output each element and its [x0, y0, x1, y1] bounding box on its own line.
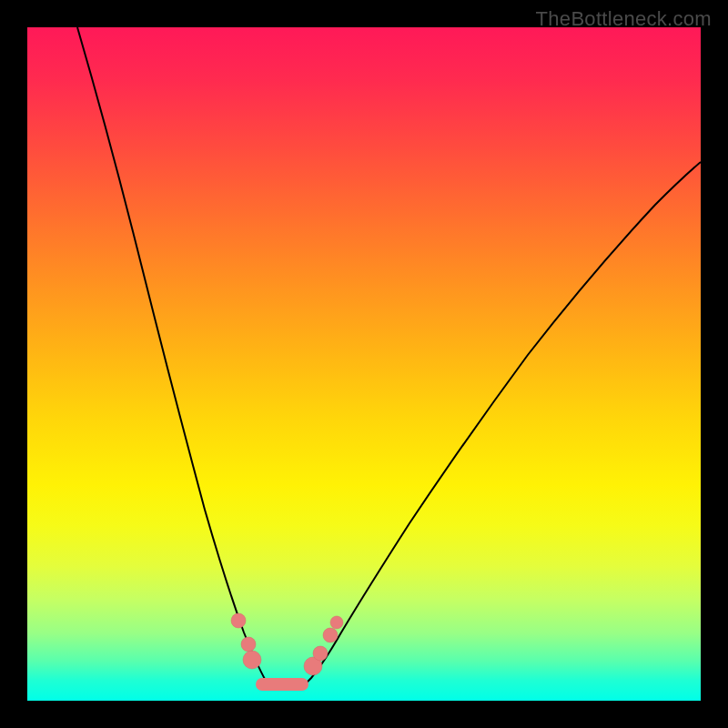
marker-right-3	[323, 628, 338, 642]
watermark-text: TheBottleneck.com	[536, 7, 712, 31]
marker-left-2	[241, 637, 256, 652]
marker-left-3	[243, 651, 261, 669]
marker-right-4	[330, 616, 343, 629]
right-curve	[296, 162, 701, 690]
plot-area	[27, 27, 701, 701]
marker-right-2	[313, 646, 328, 661]
chart-frame: TheBottleneck.com	[0, 0, 728, 728]
chart-svg	[27, 27, 701, 701]
marker-left-1	[231, 613, 246, 628]
left-curve	[77, 27, 278, 690]
